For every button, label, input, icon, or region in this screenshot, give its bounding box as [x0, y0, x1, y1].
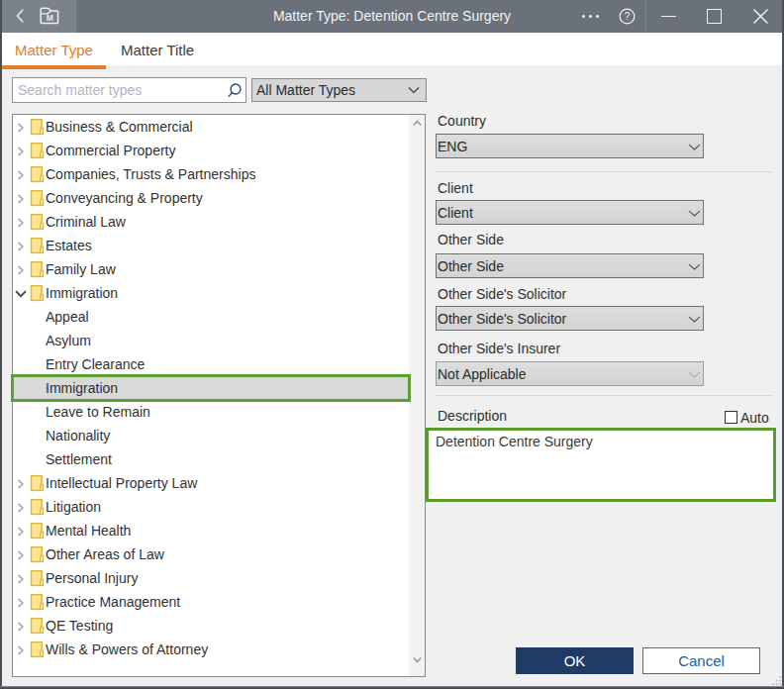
svg-text:?: ? — [625, 11, 631, 22]
